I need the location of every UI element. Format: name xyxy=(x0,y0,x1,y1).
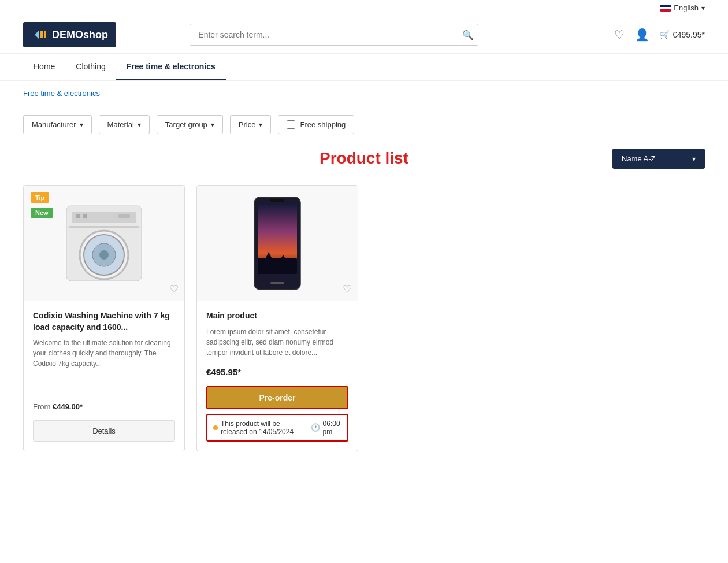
flag-icon xyxy=(660,5,671,12)
svg-rect-13 xyxy=(69,226,139,228)
language-label: English xyxy=(674,3,699,12)
nav-item-clothing[interactable]: Clothing xyxy=(65,54,116,80)
account-button[interactable]: 👤 xyxy=(635,28,649,42)
sort-dropdown[interactable]: Name A-Z xyxy=(612,149,705,169)
nav-item-home[interactable]: Home xyxy=(23,54,65,80)
product-card-2: ♡ Main product Lorem ipsum dolor sit ame… xyxy=(196,185,358,451)
product-name-2: Main product xyxy=(206,310,348,322)
free-shipping-filter[interactable]: Free shipping xyxy=(278,115,354,134)
logo-icon xyxy=(31,27,47,43)
wishlist-button-2[interactable]: ♡ xyxy=(343,283,352,295)
wishlist-button-1[interactable]: ♡ xyxy=(169,283,179,295)
nav-item-free-time[interactable]: Free time & electronics xyxy=(116,54,226,80)
free-shipping-checkbox[interactable] xyxy=(287,120,295,129)
manufacturer-filter[interactable]: Manufacturer xyxy=(23,115,92,134)
material-chevron-icon xyxy=(138,120,141,129)
preorder-button[interactable]: Pre-order xyxy=(206,386,348,409)
product-image-container-1: Tip New ♡ xyxy=(24,186,184,301)
logo[interactable]: DEMOshop xyxy=(23,22,116,47)
product-name-1: Codixio Washing Machine with 7 kg load c… xyxy=(33,310,175,333)
badge-tip: Tip xyxy=(31,192,49,203)
search-bar: 🔍 xyxy=(190,24,478,46)
product-card-1: Tip New ♡ Codixio Washing Machine with 7… xyxy=(23,185,185,451)
language-selector[interactable]: English xyxy=(660,3,705,12)
product-info-1: Codixio Washing Machine with 7 kg load c… xyxy=(24,301,184,420)
price-filter-label: Price xyxy=(239,120,256,129)
product-image-container-2: ♡ xyxy=(197,186,358,301)
badge-new: New xyxy=(31,208,53,218)
price-filter[interactable]: Price xyxy=(230,115,272,134)
svg-point-9 xyxy=(99,250,109,260)
release-info: This product will be released on 14/05/2… xyxy=(206,414,348,442)
breadcrumb: Free time & electronics xyxy=(0,81,728,106)
breadcrumb-link[interactable]: Free time & electronics xyxy=(23,89,100,98)
release-dot-icon xyxy=(213,425,218,430)
product-price-2: €495.95* xyxy=(206,367,348,377)
language-chevron-icon xyxy=(701,3,705,12)
search-input[interactable] xyxy=(190,24,478,46)
material-filter[interactable]: Material xyxy=(99,115,150,134)
product-list-title: Product list xyxy=(320,149,408,168)
price-from-label: From xyxy=(33,402,53,411)
target-group-chevron-icon xyxy=(211,120,214,129)
filters-section: Manufacturer Material Target group Price… xyxy=(0,106,728,143)
svg-point-11 xyxy=(83,214,87,218)
price-chevron-icon xyxy=(259,120,262,129)
product-image-2 xyxy=(248,194,306,292)
release-text: This product will be released on 14/05/2… xyxy=(221,420,308,436)
target-group-filter[interactable]: Target group xyxy=(157,115,223,134)
products-grid: Tip New ♡ Codixio Washing Machine with 7… xyxy=(0,179,728,475)
product-footer-1: Details xyxy=(24,420,184,451)
logo-text: DEMOshop xyxy=(52,29,108,41)
sort-chevron-icon xyxy=(692,154,696,163)
product-desc-1: Welcome to the ultimate solution for cle… xyxy=(33,338,175,397)
manufacturer-filter-label: Manufacturer xyxy=(32,120,76,129)
product-price-1: From €449.00* xyxy=(33,402,175,411)
svg-rect-3 xyxy=(44,31,46,38)
search-button[interactable]: 🔍 xyxy=(462,29,474,40)
svg-rect-2 xyxy=(40,31,43,38)
svg-rect-20 xyxy=(270,199,284,202)
price-from-value: €449.00* xyxy=(53,402,83,411)
main-nav: Home Clothing Free time & electronics xyxy=(0,54,728,81)
details-button-1[interactable]: Details xyxy=(33,420,175,442)
sort-label: Name A-Z xyxy=(622,154,656,163)
product-footer-2: Pre-order This product will be released … xyxy=(197,386,358,451)
product-desc-2: Lorem ipsum dolor sit amet, consetetur s… xyxy=(206,327,348,358)
svg-rect-21 xyxy=(270,282,284,284)
svg-rect-12 xyxy=(118,214,130,218)
wishlist-header-button[interactable]: ♡ xyxy=(614,28,625,42)
product-info-2: Main product Lorem ipsum dolor sit amet,… xyxy=(197,301,358,386)
cart-button[interactable]: 🛒 €495.95* xyxy=(660,30,705,39)
svg-point-10 xyxy=(76,214,80,218)
cart-icon: 🛒 xyxy=(660,30,670,39)
product-image-1 xyxy=(61,200,147,287)
free-shipping-label: Free shipping xyxy=(300,120,346,129)
target-group-filter-label: Target group xyxy=(165,120,207,129)
release-clock-icon: 🕐 xyxy=(311,423,320,432)
manufacturer-chevron-icon xyxy=(80,120,83,129)
release-time: 06:00 pm xyxy=(323,420,341,436)
product-list-header: Product list Name A-Z xyxy=(0,143,728,179)
material-filter-label: Material xyxy=(107,120,134,129)
cart-amount: €495.95* xyxy=(673,30,705,39)
